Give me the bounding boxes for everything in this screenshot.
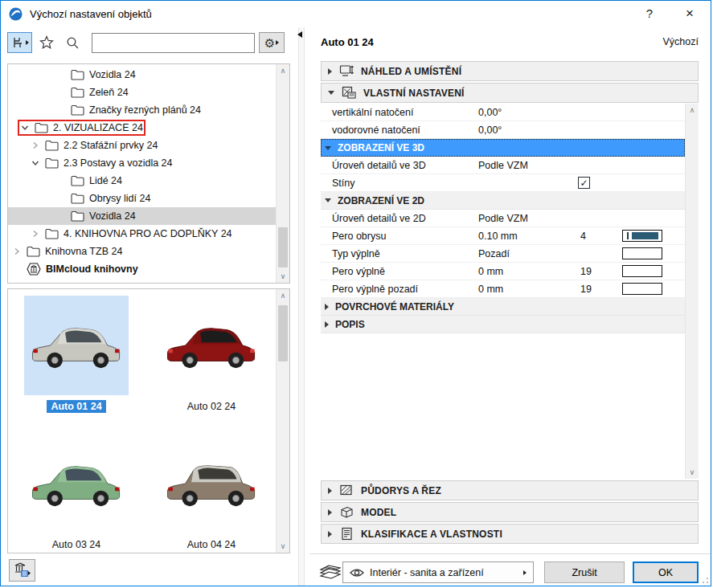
param-label: Pero obrysu <box>321 231 478 242</box>
thumb-auto-01[interactable]: Auto 01 24 <box>24 296 129 413</box>
thumbnails-scrollbar[interactable]: ∧ ∨ <box>276 289 289 553</box>
scroll-down-icon[interactable]: ∨ <box>277 270 289 283</box>
param-row-vertical-rotation[interactable]: vertikální natočení 0,00° <box>321 104 685 121</box>
pane-splitter[interactable] <box>298 27 305 586</box>
folder-icon <box>71 87 84 98</box>
default-status-label: Výchozí <box>663 36 699 48</box>
fill-preview-swatch[interactable] <box>622 247 662 259</box>
dropdown-arrow-icon <box>276 40 279 45</box>
section-model[interactable]: MODEL <box>321 502 699 522</box>
scroll-down-icon[interactable]: ∨ <box>277 540 289 553</box>
scroll-up-icon[interactable]: ∧ <box>686 104 699 116</box>
tree-item-label: 2.2 Stafážní prvky 24 <box>64 140 158 151</box>
library-manager-button[interactable] <box>9 559 35 582</box>
tree-item-znacky[interactable]: Značky řezných plánů 24 <box>8 101 276 119</box>
group-row-surface-materials[interactable]: POVRCHOVÉ MATERIÁLY <box>321 298 685 316</box>
triangle-down-icon <box>328 91 334 95</box>
classification-doc-icon <box>339 527 354 541</box>
group-row-2d-view[interactable]: ZOBRAZENÍ VE 2D <box>321 192 685 210</box>
tree-item-vizualizace[interactable]: 2. VIZUALIZACE 24 <box>8 119 276 137</box>
cancel-button[interactable]: Zrušit <box>544 561 625 583</box>
param-label: Úroveň detailů ve 2D <box>321 213 478 224</box>
pen-number[interactable]: 19 <box>580 284 622 295</box>
param-row-3d-detail-level[interactable]: Úroveň detailů ve 3D Podle VZM <box>321 157 685 174</box>
thumb-image[interactable] <box>24 434 129 533</box>
param-value[interactable]: 0,00° <box>478 125 580 136</box>
help-button[interactable]: ? <box>632 1 667 26</box>
param-value[interactable]: Podle VZM <box>478 213 580 224</box>
tree-item-knihovna-tzb[interactable]: Knihovna TZB 24 <box>8 243 276 260</box>
group-row-description[interactable]: POPIS <box>321 316 685 333</box>
param-value[interactable]: 0.10 mm <box>478 231 580 242</box>
pen-number[interactable]: 19 <box>580 266 622 277</box>
param-row-fill-type[interactable]: Typ výplně Pozadí <box>321 245 685 263</box>
tree-item-obrysy[interactable]: Obrysy lidí 24 <box>8 190 276 207</box>
chevron-down-icon[interactable] <box>31 159 40 167</box>
section-preview-placement[interactable]: NÁHLED A UMÍSTĚNÍ <box>321 61 699 81</box>
resize-grip[interactable] <box>699 574 708 583</box>
tree-item-knihovna-doplnky[interactable]: 4. KNIHOVNA PRO AC DOPLŇKY 24 <box>8 225 276 243</box>
thumb-label[interactable]: Auto 03 24 <box>48 538 104 551</box>
section-classification[interactable]: KLASIFIKACE A VLASTNOSTI <box>321 524 699 544</box>
collapse-pane-icon[interactable] <box>297 31 302 38</box>
settings-menu-button[interactable]: ⚙ <box>259 32 285 53</box>
tree-item-bimcloud[interactable]: BIMcloud knihovny <box>8 260 276 278</box>
tree-item-zelen[interactable]: Zeleň 24 <box>8 84 276 101</box>
param-value[interactable]: Pozadí <box>478 248 580 259</box>
thumb-image[interactable] <box>159 296 264 395</box>
group-label: ZOBRAZENÍ VE 2D <box>338 195 424 206</box>
pen-number[interactable]: 4 <box>580 231 622 242</box>
fill-pen-swatch[interactable] <box>622 265 662 277</box>
pen-color-swatch[interactable] <box>622 230 662 242</box>
param-row-fill-pen[interactable]: Pero výplně 0 mm 19 <box>321 263 685 280</box>
tree-item-label: Značky řezných plánů 24 <box>89 104 201 116</box>
param-value[interactable]: 0,00° <box>478 107 580 118</box>
thumb-label[interactable]: Auto 01 24 <box>47 400 105 413</box>
chevron-right-icon[interactable] <box>31 230 40 238</box>
group-row-3d-view-selected[interactable]: ZOBRAZENÍ VE 3D <box>321 139 685 157</box>
settings-scrollbar[interactable]: ∧ ∨ <box>685 104 699 479</box>
ok-button[interactable]: OK <box>633 561 699 583</box>
tree-item-lide[interactable]: Lidé 24 <box>8 172 276 190</box>
chevron-right-icon[interactable] <box>31 141 40 149</box>
chevron-right-icon[interactable] <box>12 247 22 255</box>
tree-item-stafazni[interactable]: 2.2 Stafážní prvky 24 <box>8 137 276 154</box>
thumb-auto-02[interactable]: Auto 02 24 <box>159 296 264 413</box>
thumb-auto-04[interactable]: Auto 04 24 <box>159 434 264 551</box>
section-custom-settings[interactable]: VLASTNÍ NASTAVENÍ <box>321 83 699 103</box>
tree-item-vozidla[interactable]: Vozidla 24 <box>8 66 276 84</box>
thumb-label[interactable]: Auto 02 24 <box>183 400 240 413</box>
search-input[interactable] <box>92 33 255 53</box>
param-value[interactable]: 0 mm <box>478 284 580 295</box>
param-row-shadows[interactable]: Stíny ✓ <box>321 174 685 192</box>
param-value[interactable]: 0 mm <box>478 266 580 277</box>
group-label: ZOBRAZENÍ VE 3D <box>338 142 424 153</box>
param-row-fill-background-pen[interactable]: Pero výplně pozadí 0 mm 19 <box>321 280 685 298</box>
shadows-checkbox[interactable]: ✓ <box>578 177 590 189</box>
thumb-image[interactable] <box>24 296 129 395</box>
tree-scrollbar[interactable]: ∧ ∨ <box>276 64 289 283</box>
favorites-button[interactable] <box>35 32 58 53</box>
param-row-contour-pen[interactable]: Pero obrysu 0.10 mm 4 <box>321 227 685 245</box>
layer-selector[interactable]: Interiér - sanita a zařízení <box>342 561 534 583</box>
folder-view-button[interactable] <box>7 32 32 53</box>
section-floorplan-section[interactable]: PŮDORYS A ŘEZ <box>321 480 699 500</box>
thumb-auto-03[interactable]: Auto 03 24 <box>24 434 129 551</box>
tree-item-postavy[interactable]: 2.3 Postavy a vozidla 24 <box>8 154 276 172</box>
scroll-up-icon[interactable]: ∧ <box>277 64 289 77</box>
thumb-image[interactable] <box>159 434 264 533</box>
section-label: MODEL <box>361 507 396 518</box>
scroll-thumb[interactable] <box>278 305 288 361</box>
param-row-horizontal-rotation[interactable]: vodorovné natočení 0,00° <box>321 121 685 139</box>
tree-item-vozidla-selected[interactable]: Vozidla 24 <box>8 207 276 225</box>
scroll-thumb[interactable] <box>278 227 288 267</box>
thumb-label[interactable]: Auto 04 24 <box>183 538 240 551</box>
search-button[interactable] <box>61 32 84 53</box>
scroll-up-icon[interactable]: ∧ <box>277 289 289 302</box>
chevron-down-icon[interactable] <box>20 124 30 132</box>
param-row-2d-detail-level[interactable]: Úroveň detailů ve 2D Podle VZM <box>321 210 685 227</box>
fill-bg-pen-swatch[interactable] <box>622 283 662 295</box>
param-value[interactable]: Podle VZM <box>478 160 580 171</box>
scroll-down-icon[interactable]: ∨ <box>686 466 699 479</box>
close-button[interactable]: × <box>672 1 707 26</box>
